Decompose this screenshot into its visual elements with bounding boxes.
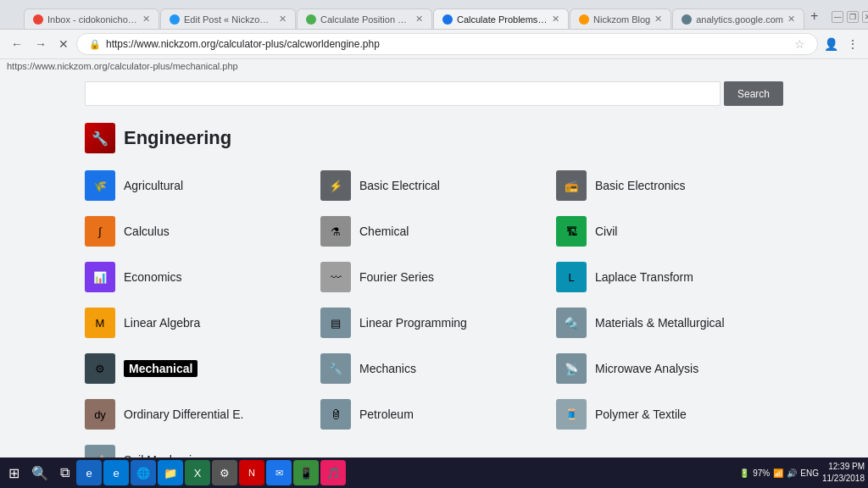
item-label-fourier-series: Fourier Series	[359, 270, 434, 284]
tab-close-icon[interactable]: ✕	[142, 14, 150, 25]
forward-button[interactable]: →	[31, 36, 51, 53]
item-basic-electronics[interactable]: 📻 Basic Electronics	[556, 170, 783, 201]
item-label-basic-electrical: Basic Electrical	[359, 179, 440, 192]
tab-label: analytics.google.com	[696, 14, 783, 25]
item-label-economics: Economics	[124, 270, 181, 284]
item-thumb-mechanics: 🔧	[320, 353, 351, 384]
close-button[interactable]: ✕	[862, 11, 868, 23]
item-mechanical[interactable]: ⚙ Mechanical	[85, 353, 312, 384]
task-view-button[interactable]: ⧉	[55, 462, 75, 484]
maximize-button[interactable]: ❐	[847, 11, 859, 23]
item-materials-metallurgical[interactable]: 🔩 Materials & Metallurgical	[556, 308, 783, 338]
taskbar: ⊞ 🔍 ⧉ e e 🌐 📁 X ⚙ N ✉ 📱 🎵 🔋 97% 📶 🔊 ENG …	[0, 458, 868, 488]
volume-icon: 🔊	[787, 469, 797, 478]
item-label-civil: Civil	[595, 225, 617, 238]
item-mechanics[interactable]: 🔧 Mechanics	[320, 353, 548, 384]
taskbar-media-icon[interactable]: 🎵	[320, 460, 346, 485]
taskbar-mail-icon[interactable]: ✉	[266, 460, 292, 485]
engineering-section: 🔧 Engineering 🌾 Agricultural ⚡ Basic Ele…	[0, 114, 868, 458]
taskbar-edge-icon[interactable]: e	[76, 460, 102, 485]
item-label-petroleum: Petroleum	[359, 408, 414, 421]
clock-date: 11/23/2018	[822, 473, 865, 485]
search-button[interactable]: Search	[724, 81, 783, 106]
item-label-ordinary-differential: Ordinary Differential E.	[124, 408, 243, 421]
browser-tab-edit-post[interactable]: Edit Post « Nickzom Bl... ✕	[160, 8, 296, 29]
item-thumb-microwave-analysis: 📡	[556, 353, 587, 384]
reload-button[interactable]: ✕	[54, 36, 73, 53]
start-button[interactable]: ⊞	[3, 462, 25, 485]
item-label-polymer-textile: Polymer & Textile	[595, 408, 687, 421]
url-display: https://www.nickzom.org/calculator-plus/…	[106, 38, 789, 50]
page-content: Search 🔧 Engineering 🌾 Agricultural ⚡ Ba…	[0, 73, 868, 458]
section-icon: 🔧	[85, 123, 115, 153]
network-icon: 📶	[773, 469, 783, 478]
item-label-basic-electronics: Basic Electronics	[595, 179, 686, 192]
item-agricultural[interactable]: 🌾 Agricultural	[85, 170, 312, 201]
minimize-button[interactable]: —	[832, 11, 843, 23]
browser-tab-calc-position[interactable]: Calculate Position of T... ✕	[297, 8, 432, 29]
browser-tab-nickzom-blog[interactable]: Nickzom Blog ✕	[570, 8, 671, 29]
back-button[interactable]: ←	[7, 36, 27, 53]
item-thumb-economics: 📊	[85, 262, 115, 292]
item-calculus[interactable]: ∫ Calculus	[85, 216, 312, 247]
item-thumb-basic-electrical: ⚡	[320, 170, 351, 201]
item-linear-programming[interactable]: ▤ Linear Programming	[320, 308, 548, 338]
tab-close-icon[interactable]: ✕	[415, 14, 423, 25]
item-thumb-polymer-textile: 🧵	[556, 399, 587, 430]
item-ordinary-differential[interactable]: dy Ordinary Differential E.	[85, 399, 312, 430]
tab-close-icon[interactable]: ✕	[787, 14, 795, 25]
taskbar-chrome-icon[interactable]: 🌐	[131, 460, 156, 485]
omnibox[interactable]: 🔒 https://www.nickzom.org/calculator-plu…	[76, 33, 818, 55]
item-label-calculus: Calculus	[124, 225, 170, 238]
item-label-chemical: Chemical	[359, 225, 409, 238]
taskbar-phone-icon[interactable]: 📱	[293, 460, 319, 485]
taskbar-excel-icon[interactable]: X	[185, 460, 210, 485]
item-linear-algebra[interactable]: M Linear Algebra	[85, 308, 312, 338]
item-label-microwave-analysis: Microwave Analysis	[595, 362, 698, 375]
tab-close-icon[interactable]: ✕	[552, 14, 559, 25]
section-title: Engineering	[124, 127, 231, 149]
browser-tab-analytics[interactable]: analytics.google.com ✕	[672, 8, 804, 29]
taskbar-settings-icon[interactable]: ⚙	[212, 460, 237, 485]
browser-tab-gmail[interactable]: Inbox - cidokonicholasw... ✕	[24, 8, 159, 29]
item-soil-mechanics[interactable]: 🪨 Soil Mechanics	[85, 445, 312, 458]
item-label-laplace-transform: Laplace Transform	[595, 270, 693, 284]
item-fourier-series[interactable]: 〰 Fourier Series	[320, 262, 548, 292]
item-label-agricultural: Agricultural	[124, 179, 183, 192]
tab-close-icon[interactable]: ✕	[654, 14, 662, 25]
battery-icon: 🔋	[739, 469, 749, 478]
item-polymer-textile[interactable]: 🧵 Polymer & Textile	[556, 399, 783, 430]
taskbar-clock: 12:39 PM 11/23/2018	[822, 461, 865, 485]
item-basic-electrical[interactable]: ⚡ Basic Electrical	[320, 170, 548, 201]
item-thumb-linear-algebra: M	[85, 308, 115, 338]
item-laplace-transform[interactable]: L Laplace Transform	[556, 262, 783, 292]
item-thumb-calculus: ∫	[85, 216, 115, 247]
taskbar-explorer-icon[interactable]: 📁	[158, 460, 183, 485]
item-thumb-agricultural: 🌾	[85, 170, 115, 201]
tab-close-icon[interactable]: ✕	[279, 14, 287, 25]
item-economics[interactable]: 📊 Economics	[85, 262, 312, 292]
section-header: 🔧 Engineering	[85, 123, 783, 153]
item-petroleum[interactable]: 🛢 Petroleum	[320, 399, 548, 430]
search-taskbar-button[interactable]: 🔍	[26, 462, 53, 485]
taskbar-ie-icon[interactable]: e	[103, 460, 129, 485]
title-bar: Inbox - cidokonicholasw... ✕ Edit Post «…	[0, 0, 868, 29]
profile-icon[interactable]: 👤	[821, 35, 841, 53]
item-thumb-soil-mechanics: 🪨	[85, 445, 115, 458]
taskbar-calc-icon[interactable]: N	[239, 460, 264, 485]
taskbar-system-tray: 🔋 97% 📶 🔊 ENG 12:39 PM 11/23/2018	[739, 461, 865, 485]
toolbar-right: 👤 ⋮	[821, 35, 861, 53]
item-thumb-petroleum: 🛢	[320, 399, 351, 430]
item-microwave-analysis[interactable]: 📡 Microwave Analysis	[556, 353, 783, 384]
browser-tab-calc-problems[interactable]: Calculate Problems | E... ✕	[433, 8, 569, 29]
menu-icon[interactable]: ⋮	[844, 35, 861, 53]
search-input[interactable]	[85, 81, 721, 106]
item-thumb-mechanical: ⚙	[85, 353, 115, 384]
statusbar: https://www.nickzom.org/calculator-plus/…	[0, 58, 868, 73]
items-grid: 🌾 Agricultural ⚡ Basic Electrical 📻 Basi…	[85, 170, 783, 458]
item-civil[interactable]: 🏗 Civil	[556, 216, 783, 247]
new-tab-button[interactable]: +	[805, 5, 823, 27]
item-chemical[interactable]: ⚗ Chemical	[320, 216, 548, 247]
item-thumb-linear-programming: ▤	[320, 308, 351, 338]
browser-chrome: Inbox - cidokonicholasw... ✕ Edit Post «…	[0, 0, 868, 58]
